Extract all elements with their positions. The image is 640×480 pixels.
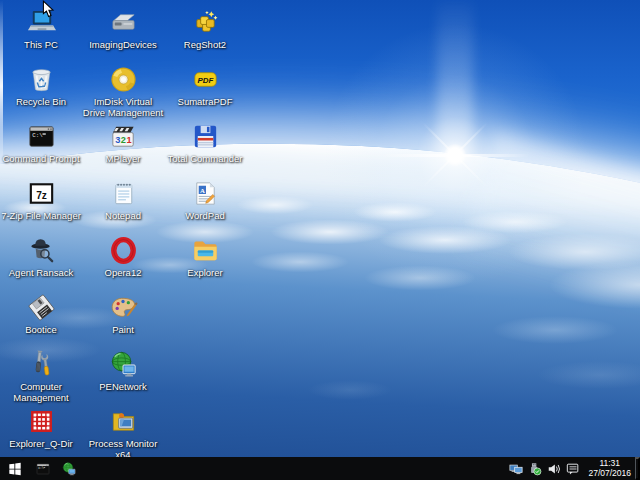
desktop-icon-label: Agent Ransack xyxy=(9,267,73,278)
taskbar-clock[interactable]: 11:31 27/07/2016 xyxy=(588,459,631,478)
notepad-icon xyxy=(108,178,139,209)
floppy-disk-icon xyxy=(26,292,57,323)
svg-text:C:\: C:\ xyxy=(32,132,43,139)
windows-logo-icon xyxy=(8,462,22,476)
desktop-icon-agent-ransack[interactable]: Agent Ransack xyxy=(0,232,82,289)
sun-icon xyxy=(444,144,466,166)
svg-text:PDF: PDF xyxy=(197,76,214,85)
desktop-icon-recycle-bin[interactable]: Recycle Bin xyxy=(0,61,82,118)
desktop: This PCRecycle BinC:\Command Prompt7z7-Z… xyxy=(0,0,640,480)
folder-monitor-icon xyxy=(108,406,139,437)
desktop-icon-label: WordPad xyxy=(185,210,224,221)
tray-notifications-icon[interactable] xyxy=(565,457,581,480)
desktop-icon-label: Paint xyxy=(112,324,134,335)
mouse-cursor xyxy=(42,0,55,23)
desktop-icon-penetwork[interactable]: PENetwork xyxy=(82,346,164,403)
blue-floppy-icon xyxy=(190,121,221,152)
svg-text:1: 1 xyxy=(126,135,131,145)
svg-text:2: 2 xyxy=(120,135,125,145)
gold-cubes-icon xyxy=(190,7,221,38)
desktop-icon-7-zip-file-manager[interactable]: 7z7-Zip File Manager xyxy=(0,175,82,232)
document-pen-icon: A xyxy=(190,178,221,209)
desktop-icon-explorer[interactable]: Explorer xyxy=(164,232,246,289)
desktop-icon-label: Explorer xyxy=(187,267,222,278)
gold-cd-icon xyxy=(108,64,139,95)
globe-monitor-icon xyxy=(108,349,139,380)
desktop-icon-this-pc[interactable]: This PC xyxy=(0,4,82,61)
scanner-icon xyxy=(108,7,139,38)
tools-icon xyxy=(26,349,57,380)
red-grid-icon xyxy=(26,406,57,437)
desktop-icon-wordpad[interactable]: AWordPad xyxy=(164,175,246,232)
desktop-icon-explorer-q-dir[interactable]: Explorer_Q-Dir xyxy=(0,403,82,460)
tray-network-icon[interactable] xyxy=(508,457,524,480)
desktop-icon-regshot2[interactable]: RegShot2 xyxy=(164,4,246,61)
desktop-icon-imagingdevices[interactable]: ImagingDevices xyxy=(82,4,164,61)
svg-text:7z: 7z xyxy=(36,190,47,201)
taskbar: C:\ 11:31 27/07/2016 xyxy=(0,457,640,480)
desktop-icon-label: PENetwork xyxy=(99,381,147,392)
desktop-icon-total-commander[interactable]: Total Commander xyxy=(164,118,246,175)
system-tray xyxy=(508,457,581,480)
clapperboard-icon: 321 xyxy=(108,121,139,152)
sevenzip-icon: 7z xyxy=(26,178,57,209)
palette-icon xyxy=(108,292,139,323)
taskbar-button-penetwork[interactable] xyxy=(56,457,82,480)
desktop-icon-column: ImagingDevicesImDisk Virtual Drive Manag… xyxy=(82,4,164,460)
desktop-icon-label: Total Commander xyxy=(168,153,243,164)
desktop-icon-label: Computer Management xyxy=(0,381,82,403)
start-button[interactable] xyxy=(0,457,30,480)
desktop-icon-opera12[interactable]: Opera12 xyxy=(82,232,164,289)
desktop-icon-label: Recycle Bin xyxy=(16,96,66,107)
desktop-icon-computer-management[interactable]: Computer Management xyxy=(0,346,82,403)
desktop-icon-label: Bootice xyxy=(25,324,57,335)
svg-text:3: 3 xyxy=(115,135,120,145)
desktop-icon-label: Notepad xyxy=(105,210,141,221)
desktop-icon-label: SumatraPDF xyxy=(178,96,233,107)
desktop-icon-label: 7-Zip File Manager xyxy=(1,210,81,221)
desktop-icon-label: RegShot2 xyxy=(184,39,226,50)
desktop-icon-process-monitor-x64[interactable]: Process Monitor x64 xyxy=(82,403,164,460)
globe-monitor-icon xyxy=(61,461,77,477)
svg-text:C:\: C:\ xyxy=(38,466,44,470)
desktop-icon-imdisk-virtual-drive-management[interactable]: ImDisk Virtual Drive Management xyxy=(82,61,164,118)
desktop-icon-mplayer[interactable]: 321MPlayer xyxy=(82,118,164,175)
desktop-icon-label: ImDisk Virtual Drive Management xyxy=(82,96,164,118)
taskbar-button-command-prompt[interactable]: C:\ xyxy=(30,457,56,480)
show-desktop-button[interactable] xyxy=(635,457,640,480)
terminal-icon: C:\ xyxy=(26,121,57,152)
desktop-icon-label: MPlayer xyxy=(106,153,141,164)
clock-date: 27/07/2016 xyxy=(588,469,631,479)
yellow-folder-icon xyxy=(190,235,221,266)
desktop-icon-bootice[interactable]: Bootice xyxy=(0,289,82,346)
desktop-icon-label: Opera12 xyxy=(105,267,142,278)
desktop-icon-notepad[interactable]: Notepad xyxy=(82,175,164,232)
opera-ring-icon xyxy=(108,235,139,266)
desktop-icon-paint[interactable]: Paint xyxy=(82,289,164,346)
tray-usb-safely-remove-icon[interactable] xyxy=(527,457,543,480)
pdf-badge-icon: PDF xyxy=(190,64,221,95)
recycle-bin-icon xyxy=(26,64,57,95)
desktop-icon-command-prompt[interactable]: C:\Command Prompt xyxy=(0,118,82,175)
desktop-icon-label: ImagingDevices xyxy=(89,39,157,50)
desktop-icon-grid: This PCRecycle BinC:\Command Prompt7z7-Z… xyxy=(0,4,246,460)
detective-magnifier-icon xyxy=(26,235,57,266)
desktop-icon-label: This PC xyxy=(24,39,58,50)
tray-volume-icon[interactable] xyxy=(546,457,562,480)
desktop-icon-label: Explorer_Q-Dir xyxy=(9,438,72,449)
desktop-icon-sumatrapdf[interactable]: PDFSumatraPDF xyxy=(164,61,246,118)
desktop-icon-column: This PCRecycle BinC:\Command Prompt7z7-Z… xyxy=(0,4,82,460)
desktop-icon-column: RegShot2PDFSumatraPDFTotal CommanderAWor… xyxy=(164,4,246,460)
terminal-icon: C:\ xyxy=(35,461,51,477)
desktop-icon-label: Command Prompt xyxy=(2,153,79,164)
svg-text:A: A xyxy=(199,187,204,194)
